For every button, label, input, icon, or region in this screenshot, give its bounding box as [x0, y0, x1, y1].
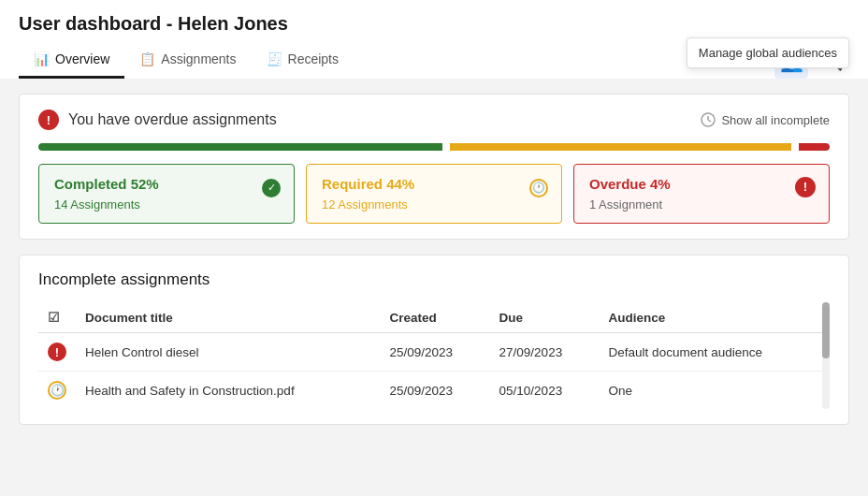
overview-icon: 📊 [34, 51, 50, 66]
scrollbar-thumb[interactable] [822, 302, 830, 358]
overdue-card-icon: ! [795, 176, 816, 197]
overdue-left: ! You have overdue assignments [38, 109, 277, 130]
tab-overview[interactable]: 📊 Overview [19, 42, 124, 79]
row-due: 27/09/2023 [490, 333, 600, 372]
scrollbar-track[interactable] [822, 302, 830, 409]
row-status-cell: ! [38, 333, 76, 372]
progress-green [38, 143, 442, 151]
check-icon: ✓ [262, 179, 281, 197]
col-checkbox: ☑ [38, 302, 76, 333]
overdue-banner: ! You have overdue assignments Show all … [38, 109, 830, 130]
clock-icon [701, 112, 716, 127]
row-status-icon: 🕐 [48, 381, 66, 400]
clock-circle-icon: 🕐 [529, 179, 548, 197]
svg-line-2 [708, 120, 711, 122]
progress-bar [38, 143, 830, 151]
incomplete-title: Incomplete assignments [38, 270, 830, 289]
main-content: ! You have overdue assignments Show all … [0, 79, 868, 440]
completed-title: Completed 52% [54, 176, 279, 192]
col-created: Created [381, 302, 490, 333]
progress-orange [450, 143, 791, 151]
stat-card-completed: Completed 52% 14 Assignments ✓ [38, 164, 295, 224]
checkbox-icon: ☑ [48, 311, 60, 325]
row-status-cell: 🕐 [38, 372, 76, 410]
stat-card-overdue: Overdue 4% 1 Assignment ! [573, 164, 830, 224]
nav-tabs: 📊 Overview 📋 Assignments 🧾 Receipts [19, 35, 354, 79]
stats-cards: Completed 52% 14 Assignments ✓ Required … [38, 164, 830, 224]
overdue-card-title: Overdue 4% [589, 176, 814, 192]
row-created: 25/09/2023 [381, 333, 490, 372]
tab-assignments[interactable]: 📋 Assignments [124, 42, 251, 79]
row-status-icon: ! [48, 343, 66, 361]
tab-receipts[interactable]: 🧾 Receipts [252, 42, 354, 79]
col-audience: Audience [600, 302, 830, 333]
tooltip-manage-audiences: Manage global audiences [687, 37, 849, 68]
overdue-card-subtitle: 1 Assignment [589, 197, 814, 212]
top-right-actions: Manage global audiences 👥 🔍 [774, 45, 849, 79]
top-header: User dashboard - Helen Jones 📊 Overview … [0, 0, 868, 79]
row-audience: One [600, 372, 830, 410]
overdue-title: You have overdue assignments [68, 111, 277, 128]
table-row: 🕐 Health and Safety in Construction.pdf … [38, 372, 830, 410]
overdue-alert-icon: ! [38, 109, 59, 130]
required-icon: 🕐 [529, 176, 548, 197]
assignments-icon: 📋 [139, 51, 155, 66]
assignments-table-wrapper: ☑ Document title Created Due Audience ! … [38, 302, 830, 409]
required-title: Required 44% [322, 176, 546, 192]
table-row: ! Helen Control diesel 25/09/2023 27/09/… [38, 333, 830, 372]
completed-icon: ✓ [262, 176, 281, 197]
overdue-section: ! You have overdue assignments Show all … [19, 94, 849, 240]
receipts-icon: 🧾 [267, 51, 282, 66]
show-all-incomplete-link[interactable]: Show all incomplete [701, 112, 830, 127]
row-due: 05/10/2023 [490, 372, 600, 410]
col-document-title: Document title [76, 302, 381, 333]
page-title: User dashboard - Helen Jones [19, 0, 849, 35]
exclamation-icon: ! [795, 177, 816, 197]
assignments-table: ☑ Document title Created Due Audience ! … [38, 302, 830, 409]
col-due: Due [490, 302, 600, 333]
progress-red [799, 143, 830, 151]
required-subtitle: 12 Assignments [322, 197, 546, 212]
incomplete-assignments-section: Incomplete assignments ☑ Document title … [19, 255, 849, 425]
row-audience: Default document audience [600, 333, 830, 372]
table-header-row: ☑ Document title Created Due Audience [38, 302, 830, 333]
row-document-title: Helen Control diesel [76, 333, 381, 372]
stat-card-required: Required 44% 12 Assignments 🕐 [306, 164, 562, 224]
completed-subtitle: 14 Assignments [54, 197, 279, 212]
row-created: 25/09/2023 [381, 372, 490, 410]
row-document-title: Health and Safety in Construction.pdf [76, 372, 381, 410]
